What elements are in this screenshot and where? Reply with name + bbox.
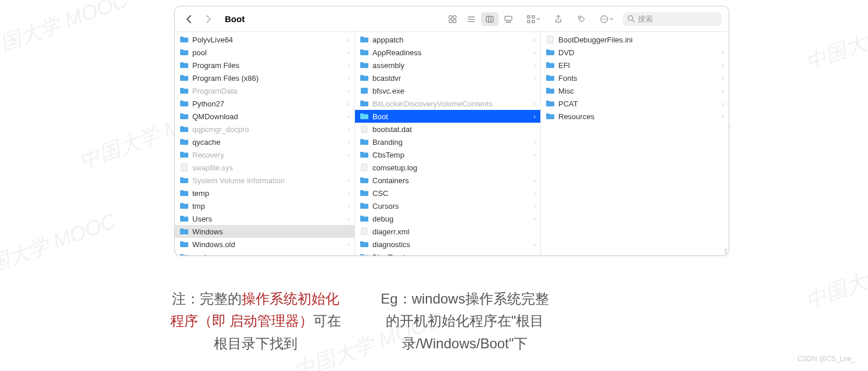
svg-rect-1	[453, 16, 456, 19]
back-button[interactable]	[182, 12, 196, 26]
chevron-right-icon: ›	[722, 87, 724, 94]
file-row[interactable]: Program Files›	[175, 59, 354, 72]
chevron-right-icon: ›	[722, 62, 724, 69]
file-row[interactable]: Windows›	[175, 225, 354, 238]
file-row[interactable]: PolyvLive64›	[175, 33, 354, 46]
folder-icon	[546, 61, 555, 69]
file-row[interactable]: bcastdvr›	[355, 72, 540, 84]
file-row[interactable]: CSC›	[355, 187, 540, 199]
file-row[interactable]: swapfile.sys	[175, 161, 354, 174]
file-row[interactable]: tmp›	[175, 199, 354, 212]
file-row[interactable]: Program Files (x86)›	[175, 72, 354, 84]
action-button[interactable]	[596, 12, 617, 26]
file-row[interactable]: Windows.old›	[175, 238, 354, 251]
file-row[interactable]: diagnostics›	[355, 238, 540, 251]
svg-rect-11	[506, 22, 507, 23]
file-row[interactable]: comsetup.log	[355, 161, 540, 174]
folder-icon	[360, 112, 369, 120]
file-row[interactable]: Branding›	[355, 135, 540, 148]
folder-icon	[180, 215, 189, 223]
file-row[interactable]: Containers›	[355, 174, 540, 187]
file-row[interactable]: Cursors›	[355, 199, 540, 212]
file-row[interactable]: QMDownload›	[175, 110, 354, 123]
file-label: EFI	[558, 61, 718, 70]
svg-rect-25	[181, 164, 187, 171]
file-row[interactable]: debug›	[355, 212, 540, 225]
watermark: 中国大学 MOOC	[802, 236, 868, 316]
file-row[interactable]: DiagTrack›	[355, 251, 540, 255]
folder-icon	[180, 35, 189, 44]
generic-icon	[360, 125, 369, 133]
column-2[interactable]: apppatch›AppReadiness›assembly›bcastdvr›…	[355, 32, 541, 255]
svg-rect-29	[361, 228, 367, 235]
file-row[interactable]: EFI›	[541, 59, 729, 72]
chevron-right-icon: ›	[533, 215, 536, 222]
toolbar: Boot	[175, 6, 729, 32]
file-row[interactable]: Resources›	[541, 110, 729, 123]
view-columns-button[interactable]	[481, 12, 498, 26]
file-row[interactable]: BitLockerDiscoveryVolumeContents›	[355, 97, 540, 110]
file-label: Program Files	[192, 61, 344, 70]
column-3[interactable]: BootDebuggerFiles.iniDVD›EFI›Fonts›Misc›…	[541, 32, 729, 255]
file-label: QMDownload	[192, 112, 344, 121]
file-row[interactable]: DVD›	[541, 46, 729, 59]
view-mode-group	[444, 12, 517, 26]
file-label: Windows	[192, 227, 344, 236]
file-row[interactable]: Python27›	[175, 97, 354, 110]
chevron-right-icon: ›	[533, 151, 536, 158]
folder-icon	[360, 74, 369, 82]
file-row[interactable]: temp›	[175, 187, 354, 199]
file-row[interactable]: BootDebuggerFiles.ini	[541, 33, 729, 46]
view-icons-button[interactable]	[444, 12, 461, 26]
file-row[interactable]: ProgramData›	[175, 84, 354, 97]
file-row[interactable]: assembly›	[355, 59, 540, 72]
svg-rect-10	[505, 16, 512, 20]
group-button[interactable]	[523, 12, 544, 26]
search-field[interactable]: 搜索	[623, 12, 722, 26]
chevron-right-icon: ›	[347, 100, 350, 107]
file-row[interactable]: AppReadiness›	[355, 46, 540, 59]
svg-rect-31	[547, 36, 553, 43]
svg-rect-14	[528, 16, 530, 18]
file-row[interactable]: qycache›	[175, 135, 354, 148]
folder-icon	[180, 176, 189, 184]
file-row[interactable]: System Volume Information›	[175, 174, 354, 187]
chevron-right-icon: ›	[533, 74, 536, 81]
forward-button[interactable]	[202, 12, 216, 26]
file-label: Misc	[558, 87, 718, 95]
file-row[interactable]: qqpcmgr_docpro›	[175, 123, 354, 135]
file-row[interactable]: Recovery›	[175, 148, 354, 161]
file-row[interactable]: Boot›	[355, 110, 540, 123]
file-row[interactable]: bfsvc.exe	[355, 84, 540, 97]
svg-rect-15	[532, 16, 535, 18]
file-row[interactable]: bootstat.dat	[355, 123, 540, 135]
svg-rect-17	[532, 20, 535, 23]
file-row[interactable]: diagerr.xml	[355, 225, 540, 238]
chevron-right-icon: ›	[347, 215, 350, 222]
file-row[interactable]: Fonts›	[541, 72, 729, 84]
file-label: PCAT	[558, 99, 718, 108]
share-button[interactable]	[550, 12, 567, 26]
file-row[interactable]: workspace›	[175, 251, 354, 255]
file-row[interactable]: PCAT›	[541, 97, 729, 110]
finder-window: Boot	[174, 6, 729, 256]
watermark: 中国大学 MOOC	[802, 0, 868, 77]
file-row[interactable]: pool›	[175, 46, 354, 59]
file-row[interactable]: Users›	[175, 212, 354, 225]
exe-icon	[360, 87, 369, 95]
folder-icon	[180, 253, 189, 255]
svg-point-23	[628, 16, 633, 20]
view-list-button[interactable]	[462, 12, 480, 26]
file-row[interactable]: CbsTemp›	[355, 148, 540, 161]
view-gallery-button[interactable]	[500, 12, 517, 26]
folder-icon	[180, 48, 189, 56]
column-1[interactable]: PolyvLive64›pool›Program Files›Program F…	[175, 32, 355, 255]
file-row[interactable]: apppatch›	[355, 33, 540, 46]
column-handle-icon[interactable]: ||	[723, 247, 729, 255]
tag-button[interactable]	[573, 12, 590, 26]
file-row[interactable]: Misc›	[541, 84, 729, 97]
folder-icon	[360, 189, 369, 197]
file-label: PolyvLive64	[192, 35, 344, 44]
svg-line-24	[632, 20, 634, 22]
chevron-right-icon: ›	[533, 113, 536, 120]
